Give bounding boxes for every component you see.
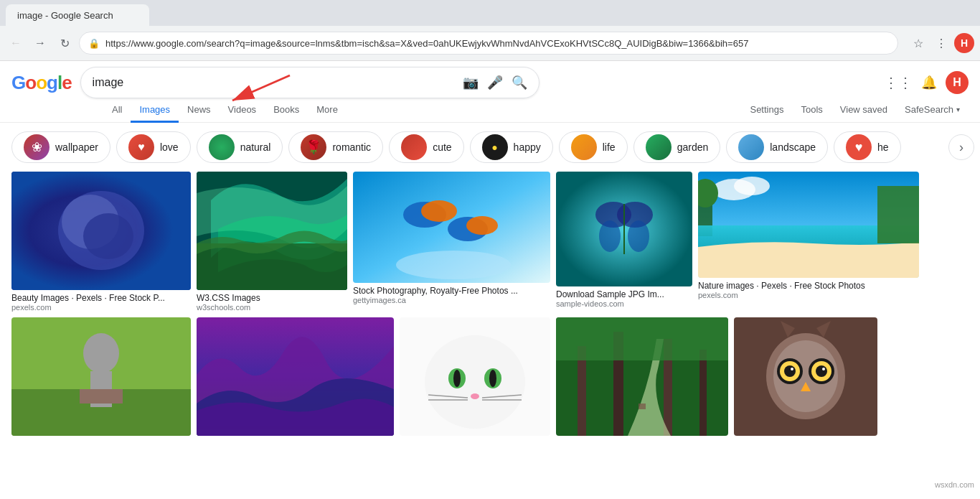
image-grid-row-1: Beauty Images · Pexels · Free Stock P...… — [11, 172, 969, 312]
pill-thumb-garden — [646, 134, 672, 160]
svg-point-34 — [425, 335, 525, 429]
svg-rect-31 — [80, 389, 123, 404]
address-bar[interactable]: 🔒 https://www.google.com/search?q=image&… — [79, 32, 898, 55]
chrome-user-avatar[interactable]: H — [954, 33, 974, 53]
source-blue-rose: pexels.com — [11, 303, 191, 312]
pill-thumb-wallpaper: ❀ — [24, 134, 50, 160]
search-submit-icon[interactable]: 🔍 — [512, 75, 527, 90]
back-button[interactable]: ← — [6, 33, 26, 53]
address-bar-row: ← → ↻ 🔒 https://www.google.com/search?q=… — [0, 26, 980, 60]
grid-item-cat[interactable] — [400, 317, 550, 436]
butterflies-img — [556, 172, 692, 286]
tab-tools[interactable]: Tools — [792, 98, 831, 123]
url-text: https://www.google.com/search?q=image&so… — [105, 38, 889, 49]
pill-garden[interactable]: garden — [633, 131, 721, 163]
pill-label-happy: happy — [514, 141, 541, 153]
pill-thumb-landscape — [738, 134, 764, 160]
birds-img — [353, 172, 550, 283]
category-pills-section: ❀ wallpaper ♥ love natural 🌹 romantic — [0, 123, 980, 172]
svg-point-18 — [628, 220, 649, 252]
pill-wallpaper[interactable]: ❀ wallpaper — [11, 131, 110, 163]
grid-item-statue[interactable] — [11, 317, 191, 436]
google-apps-icon[interactable]: ⋮⋮ — [884, 74, 913, 91]
tab-videos[interactable]: Videos — [220, 98, 265, 123]
safesearch-link[interactable]: SafeSearch ▾ — [896, 98, 969, 123]
pill-label-garden: garden — [677, 141, 709, 153]
chrome-right-icons: ☆ ⋮ H — [908, 33, 974, 53]
pill-love[interactable]: ♥ love — [116, 131, 191, 163]
aurora-img — [197, 172, 347, 290]
svg-point-13 — [396, 251, 511, 279]
grid-item-forest[interactable] — [556, 317, 728, 436]
blue-rose-img — [11, 172, 191, 290]
grid-item-butterflies[interactable]: Download Sample JPG Im... sample-videos.… — [556, 172, 692, 312]
pill-thumb-he: ♥ — [846, 134, 872, 160]
pill-thumb-natural — [209, 134, 235, 160]
active-tab[interactable]: image - Google Search — [6, 4, 149, 26]
google-header: Google 📷 🎤 🔍 ⋮⋮ 🔔 H — [0, 61, 980, 98]
svg-rect-26 — [877, 186, 919, 243]
caption-birds: Stock Photography, Royalty-Free Photos .… — [353, 286, 550, 296]
pill-thumb-romantic: 🌹 — [301, 134, 326, 160]
caption-butterflies: Download Sample JPG Im... — [556, 289, 692, 299]
tab-books[interactable]: Books — [265, 98, 308, 123]
tab-bar: image - Google Search — [0, 0, 980, 26]
pill-label-he: he — [877, 141, 889, 153]
svg-point-60 — [791, 368, 793, 370]
pill-label-romantic: romantic — [332, 141, 371, 153]
search-icons: 📷 🎤 🔍 — [463, 75, 527, 90]
pills-scroll: ❀ wallpaper ♥ love natural 🌹 romantic — [11, 131, 901, 163]
caption-beach: Nature images · Pexels · Free Stock Phot… — [698, 281, 919, 291]
statue-img — [11, 317, 191, 436]
svg-rect-48 — [699, 350, 707, 436]
pill-label-life: life — [603, 141, 616, 153]
pills-next-button[interactable]: › — [948, 134, 974, 160]
grid-item-owl[interactable] — [734, 317, 877, 436]
image-grid-row-2 — [11, 317, 969, 436]
chrome-menu-button[interactable]: ⋮ — [931, 33, 951, 53]
search-bar[interactable]: 📷 🎤 🔍 — [80, 67, 540, 98]
svg-rect-49 — [556, 317, 728, 360]
svg-point-38 — [489, 370, 496, 387]
grid-item-gorge[interactable] — [197, 317, 394, 436]
search-input[interactable] — [93, 76, 463, 89]
svg-point-61 — [822, 368, 825, 370]
grid-item-beach[interactable]: Nature images · Pexels · Free Stock Phot… — [698, 172, 919, 312]
pill-thumb-happy: ● — [482, 134, 508, 160]
svg-point-5 — [83, 213, 133, 259]
pill-label-natural: natural — [240, 141, 271, 153]
svg-point-29 — [83, 333, 119, 373]
pill-happy[interactable]: ● happy — [470, 131, 553, 163]
grid-item-aurora[interactable]: W3.CSS Images w3schools.com — [197, 172, 347, 312]
pill-natural[interactable]: natural — [197, 131, 283, 163]
pill-life[interactable]: life — [559, 131, 628, 163]
camera-search-icon[interactable]: 📷 — [463, 75, 479, 90]
tab-images[interactable]: Images — [131, 98, 179, 123]
tab-settings[interactable]: Settings — [741, 98, 792, 123]
bookmark-star-button[interactable]: ☆ — [908, 33, 928, 53]
pill-cute[interactable]: cute — [389, 131, 463, 163]
user-avatar[interactable]: H — [946, 71, 969, 94]
svg-point-10 — [421, 200, 457, 222]
view-saved-link[interactable]: View saved — [831, 98, 896, 123]
grid-item-birds[interactable]: Stock Photography, Royalty-Free Photos .… — [353, 172, 550, 312]
cat-img — [400, 317, 550, 436]
pill-label-cute: cute — [433, 141, 451, 153]
beach-img — [698, 172, 919, 278]
lock-icon: 🔒 — [88, 38, 100, 49]
forward-button[interactable]: → — [30, 33, 50, 53]
pill-landscape[interactable]: landscape — [726, 131, 828, 163]
tab-news[interactable]: News — [179, 98, 220, 123]
pill-romantic[interactable]: 🌹 romantic — [288, 131, 383, 163]
pill-thumb-cute — [401, 134, 427, 160]
refresh-button[interactable]: ↻ — [55, 33, 75, 53]
tab-all[interactable]: All — [103, 98, 131, 123]
pill-label-wallpaper: wallpaper — [55, 141, 98, 153]
notifications-icon[interactable]: 🔔 — [921, 75, 937, 90]
tab-more[interactable]: More — [308, 98, 347, 123]
pill-he[interactable]: ♥ he — [834, 131, 901, 163]
source-birds: gettyimages.ca — [353, 296, 550, 304]
source-aurora: w3schools.com — [197, 303, 347, 312]
mic-search-icon[interactable]: 🎤 — [487, 75, 503, 90]
grid-item-blue-rose[interactable]: Beauty Images · Pexels · Free Stock P...… — [11, 172, 191, 312]
